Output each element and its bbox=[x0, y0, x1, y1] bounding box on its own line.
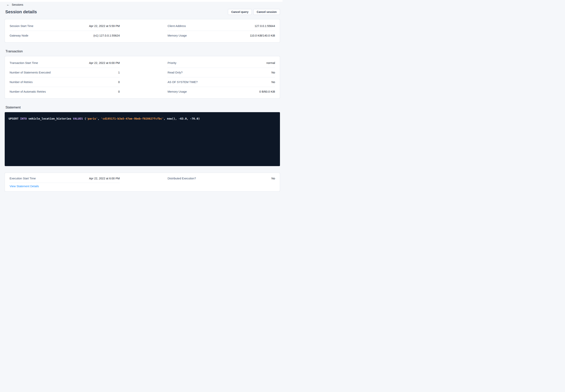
session-start-time-row: Session Start Time Apr 22, 2022 at 5:59 … bbox=[10, 21, 120, 31]
page-title: Session details bbox=[5, 9, 37, 14]
sql-token: ( bbox=[83, 117, 86, 120]
row-label: Session Start Time bbox=[10, 24, 33, 28]
cancel-query-button[interactable]: Cancel query bbox=[228, 9, 252, 15]
session-summary-right-column: Client Address 127.0.0.1:55644 Memory Us… bbox=[167, 21, 275, 40]
row-value: 127.0.0.1:55644 bbox=[254, 24, 275, 28]
sql-string-token: 'paris' bbox=[86, 117, 98, 120]
distributed-execution-row: Distributed Execution? No bbox=[167, 174, 275, 183]
sql-token: , now(), -63.0, -76.0) bbox=[164, 117, 200, 120]
back-link-label: Sessions bbox=[12, 3, 23, 6]
back-to-sessions-link[interactable]: ← Sessions bbox=[6, 3, 23, 6]
row-label: Number of Retries bbox=[10, 81, 33, 84]
sql-token: UPSERT bbox=[9, 117, 20, 120]
row-label: Read Only? bbox=[167, 71, 182, 74]
automatic-retries-row: Number of Automatic Retries 0 bbox=[10, 87, 120, 96]
row-label: Transaction Start Time bbox=[10, 61, 38, 65]
sql-token: vehicle_location_histories bbox=[27, 117, 73, 120]
row-value: Apr 22, 2022 at 6:00 PM bbox=[89, 61, 120, 65]
view-statement-details-link[interactable]: View Statement Details bbox=[10, 185, 39, 188]
transaction-left-column: Transaction Start Time Apr 22, 2022 at 6… bbox=[10, 58, 120, 96]
sql-string-token: 'cd195171-b3a5-47ae-9beb-f028627fcfbc' bbox=[101, 117, 164, 120]
row-label: AS OF SYSTEM TIME? bbox=[167, 81, 198, 84]
transaction-memory-usage-row: Memory Usage 0 B/60.0 KiB bbox=[167, 87, 275, 96]
session-memory-usage-row: Memory Usage 110.0 KiB/140.0 KiB bbox=[167, 31, 275, 40]
gateway-node-row: Gateway Node (n1) 127.0.0.1:55624 bbox=[10, 31, 120, 40]
transaction-right-column: Priority normal Read Only? No AS OF SYST… bbox=[167, 58, 275, 96]
row-value: 0 B/60.0 KiB bbox=[259, 90, 275, 93]
execution-summary-card: Execution Start Time Apr 22, 2022 at 6:0… bbox=[5, 173, 280, 192]
row-label: Gateway Node bbox=[10, 34, 28, 37]
row-label: Number of Statements Executed bbox=[10, 71, 51, 74]
transaction-summary-card: Transaction Start Time Apr 22, 2022 at 6… bbox=[5, 56, 280, 98]
execution-right-column: Distributed Execution? No bbox=[167, 174, 275, 190]
view-statement-details-row: View Statement Details bbox=[10, 183, 120, 190]
statements-executed-row: Number of Statements Executed 1 bbox=[10, 68, 120, 77]
row-value: normal bbox=[267, 61, 275, 65]
row-value: 110.0 KiB/140.0 KiB bbox=[250, 34, 275, 37]
row-label: Number of Automatic Retries bbox=[10, 90, 46, 93]
page-header: Session details Cancel query Cancel sess… bbox=[5, 9, 280, 15]
row-value: No bbox=[271, 177, 275, 180]
read-only-row: Read Only? No bbox=[167, 68, 275, 77]
row-label: Distributed Execution? bbox=[167, 177, 196, 180]
number-of-retries-row: Number of Retries 0 bbox=[10, 77, 120, 87]
header-actions: Cancel query Cancel session bbox=[228, 9, 280, 15]
row-label: Client Address bbox=[167, 24, 186, 28]
statement-sql-box: UPSERT INTO vehicle_location_histories V… bbox=[5, 112, 280, 166]
row-value: 1 bbox=[118, 71, 120, 74]
sql-token: , bbox=[98, 117, 101, 120]
row-value: No bbox=[271, 71, 275, 74]
row-value: No bbox=[271, 81, 275, 84]
transaction-section-heading: Transaction bbox=[5, 49, 280, 53]
session-summary-left-column: Session Start Time Apr 22, 2022 at 5:59 … bbox=[10, 21, 120, 40]
cancel-session-button[interactable]: Cancel session bbox=[253, 9, 280, 15]
priority-row: Priority normal bbox=[167, 58, 275, 68]
row-value: 0 bbox=[118, 90, 120, 93]
row-label: Execution Start Time bbox=[10, 177, 36, 180]
row-value: 0 bbox=[118, 81, 120, 84]
sql-statement: UPSERT INTO vehicle_location_histories V… bbox=[9, 117, 200, 120]
execution-start-time-row: Execution Start Time Apr 22, 2022 at 6:0… bbox=[10, 174, 120, 183]
sql-keyword-token: INTO bbox=[20, 117, 27, 120]
execution-left-column: Execution Start Time Apr 22, 2022 at 6:0… bbox=[10, 174, 120, 190]
as-of-system-time-row: AS OF SYSTEM TIME? No bbox=[167, 77, 275, 87]
row-value: Apr 22, 2022 at 5:59 PM bbox=[89, 24, 120, 28]
session-summary-card: Session Start Time Apr 22, 2022 at 5:59 … bbox=[5, 19, 280, 42]
session-details-page: ← Sessions Session details Cancel query … bbox=[0, 2, 282, 192]
top-header-strip bbox=[0, 0, 282, 2]
sql-keyword-token: VALUES bbox=[73, 117, 83, 120]
transaction-start-time-row: Transaction Start Time Apr 22, 2022 at 6… bbox=[10, 58, 120, 68]
client-address-row: Client Address 127.0.0.1:55644 bbox=[167, 21, 275, 31]
statement-section-heading: Statement bbox=[5, 106, 280, 110]
back-arrow-icon: ← bbox=[6, 3, 10, 6]
gateway-node-link[interactable]: (n1) 127.0.0.1:55624 bbox=[93, 34, 120, 37]
row-label: Memory Usage bbox=[167, 90, 187, 93]
row-value: Apr 22, 2022 at 6:00 PM bbox=[89, 177, 120, 180]
row-label: Priority bbox=[167, 61, 176, 65]
row-label: Memory Usage bbox=[167, 34, 187, 37]
